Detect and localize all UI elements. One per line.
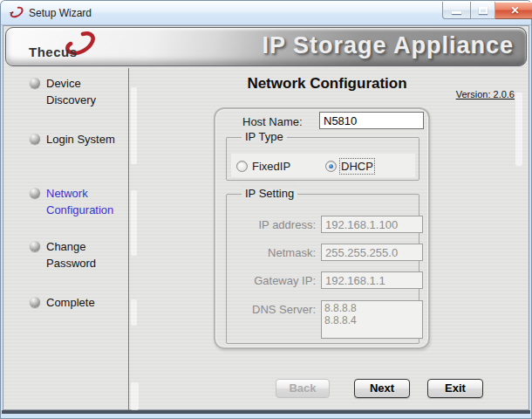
thecus-app-icon: T	[9, 6, 24, 20]
exit-button[interactable]: Exit	[427, 379, 483, 398]
ip-setting-legend: IP Setting	[242, 187, 297, 200]
sphere-bullet-icon	[30, 241, 40, 251]
radio-selected-icon	[325, 161, 337, 172]
dns-server-textarea: 8.8.8.8 8.8.8.4	[321, 300, 423, 339]
ip-address-label: IP address:	[228, 218, 316, 231]
sidebar-item-login-system[interactable]: Login System	[30, 131, 126, 148]
ip-address-input	[321, 216, 423, 233]
texture-strip	[131, 299, 137, 326]
gateway-label: Gateway IP:	[228, 274, 316, 287]
host-name-input[interactable]	[319, 112, 424, 129]
netmask-input	[321, 244, 423, 261]
minimize-button[interactable]	[442, 2, 471, 19]
brand-name: Thecus	[29, 45, 78, 59]
banner: Thecus IP Storage Appliance	[5, 27, 527, 66]
radio-dhcp[interactable]: DHCP	[325, 160, 373, 173]
sidebar-item-label: Device Discovery	[46, 75, 125, 108]
version-link[interactable]: Version: 2.0.6	[452, 89, 515, 100]
title-bar[interactable]: T Setup Wizard ✕	[1, 1, 531, 25]
maximize-button[interactable]	[471, 2, 495, 19]
maximize-icon	[479, 7, 488, 14]
sphere-bullet-icon	[30, 297, 40, 307]
sidebar-divider	[128, 68, 129, 410]
sidebar-item-label: Change Password	[46, 238, 125, 271]
netmask-label: Netmask:	[228, 246, 316, 259]
sidebar-item-change-password[interactable]: Change Password	[30, 238, 126, 271]
sidebar-item-device-discovery[interactable]: Device Discovery	[30, 75, 126, 108]
texture-strip	[131, 190, 137, 256]
sidebar-item-label: Network Configuration	[46, 185, 125, 218]
sphere-bullet-icon	[30, 188, 40, 198]
ip-type-legend: IP Type	[242, 130, 287, 143]
footer-bar	[2, 410, 530, 414]
radio-dhcp-label: DHCP	[341, 160, 373, 173]
thecus-logo: Thecus	[29, 34, 107, 62]
texture-strip	[131, 87, 137, 164]
radio-unselected-icon	[236, 161, 248, 172]
texture-strip	[131, 382, 139, 410]
host-name-label: Host Name:	[242, 115, 303, 128]
close-icon: ✕	[510, 4, 519, 17]
texture-strip	[515, 93, 522, 166]
sidebar-item-network-configuration[interactable]: Network Configuration	[30, 185, 126, 218]
window-title: Setup Wizard	[29, 1, 92, 25]
radio-fixedip-label: FixedIP	[252, 160, 290, 173]
back-button: Back	[276, 379, 330, 398]
next-button[interactable]: Next	[354, 379, 410, 398]
page-title: Network Configuration	[218, 75, 436, 93]
gateway-input	[321, 271, 423, 289]
sidebar-item-label: Login System	[46, 131, 125, 148]
sphere-bullet-icon	[30, 78, 40, 88]
banner-title: IP Storage Appliance	[262, 32, 514, 59]
window-controls: ✕	[442, 2, 532, 19]
dns-server-label: DNS Server:	[228, 303, 316, 316]
minimize-icon	[452, 11, 461, 14]
sidebar-item-label: Complete	[46, 294, 125, 311]
close-button[interactable]: ✕	[495, 2, 532, 19]
radio-fixedip[interactable]: FixedIP	[236, 160, 290, 173]
setup-wizard-window: T Setup Wizard ✕ Thecus IP	[0, 0, 532, 419]
sidebar-item-complete[interactable]: Complete	[30, 294, 126, 311]
sphere-bullet-icon	[30, 134, 40, 144]
